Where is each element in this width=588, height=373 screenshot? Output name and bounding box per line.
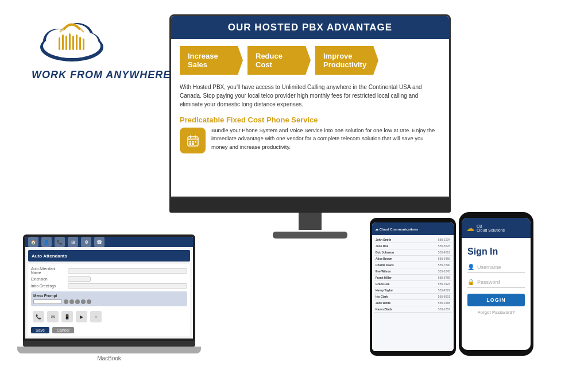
laptop-menu-buttons [33,299,185,304]
phone-outer: ☁ CBCloud Solutions Sign In 👤 Username 🔒… [459,212,533,356]
pbx-calendar-row: Bundle your Phone System and Voice Servi… [171,126,449,153]
laptop-home-icon: 🏠 [28,237,38,247]
laptop-section-title: Auto Attendants [32,253,67,259]
phone-password-row: 🔒 Password [467,279,525,288]
svg-rect-14 [79,37,81,50]
svg-rect-10 [65,36,67,50]
laptop-form-row-greeting: Intro Greetings [31,283,187,289]
laptop-form-row-name: Auto Attendant Name [31,267,187,275]
tablet-row-info: 555-4567 [438,289,450,292]
laptop-dial-1 [64,299,68,304]
tablet-row-info: 555-0123 [438,282,450,286]
laptop-base [23,341,195,347]
laptop-section-bar: Auto Attendants [28,250,190,262]
tablet-row-info: 555-7890 [438,263,450,267]
svg-rect-21 [192,141,194,143]
phone-login-button[interactable]: LOGIN [467,294,525,306]
laptop-icon-voicemail: ✉ [47,311,59,322]
laptop-menu-section: Menu Prompt [31,291,187,306]
tablet-container: ☁ Cloud Communications John Smith555-123… [367,218,459,356]
tablet-row-info: 555-5678 [438,244,450,248]
tablet-header-text: ☁ Cloud Communications [375,227,418,231]
tablet-row-info: 555-1234 [438,238,450,241]
laptop-user-icon: 👤 [41,237,52,247]
laptop-dial-4 [81,299,86,304]
reduce-cost-btn: Reduce Cost [247,46,311,75]
laptop-dial-buttons [64,299,91,304]
tablet-row-info: 555-2345 [438,270,450,273]
tablet-row: John Smith555-1234 [374,237,452,243]
tablet-row-name: Karen Black [376,307,404,311]
laptop-content: Auto Attendants Auto Attendant Name Exte… [25,247,193,339]
tablet-row-name: Alice Brown [376,257,404,260]
svg-rect-11 [69,33,71,50]
laptop-form-row-ext: Extension [31,276,187,282]
tablet-row: Jack White555-2468 [374,300,452,306]
tablet-header: ☁ Cloud Communications [372,222,454,235]
svg-rect-22 [195,141,196,143]
laptop-form-label-name: Auto Attendant Name [31,267,65,275]
laptop-form-label-greeting: Intro Greetings [31,284,65,288]
laptop-menu-prompt-label: Menu Prompt [33,294,185,298]
cloud-logo-icon [34,11,109,63]
svg-rect-15 [83,39,84,50]
monitor-container: OUR HOSTED PBX ADVANTAGE Increase Sales … [161,14,459,239]
phone-screen: ☁ CBCloud Solutions Sign In 👤 Username 🔒… [462,218,531,350]
laptop-icon-phone3: 📱 [61,311,73,322]
laptop-icon-add: + [90,311,102,322]
pbx-buttons: Increase Sales Reduce Cost Improve Produ… [171,39,449,80]
laptop-grid-icon: ⊞ [68,237,78,247]
laptop-menu-input[interactable] [33,299,62,304]
tagline: WORK FROM ANYWHERE [32,69,171,81]
increase-sales-btn: Increase Sales [180,46,243,75]
pbx-header: OUR HOSTED PBX ADVANTAGE [171,16,449,39]
phone-password-placeholder: Password [477,279,500,285]
tablet-row: Henry Taylor555-4567 [374,287,452,294]
tablet-row-info: 555-9012 [438,251,450,254]
svg-rect-23 [189,143,191,145]
pbx-body-text: With Hosted PBX, you'll have access to U… [171,80,449,113]
laptop-dial-5 [87,299,91,304]
monitor-screen: OUR HOSTED PBX ADVANTAGE Increase Sales … [169,14,451,198]
monitor-stand-top [169,198,451,213]
laptop-screen: 🏠 👤 📞 ⊞ ⚙ ☎ Auto Attendants Auto Attenda… [23,234,195,341]
svg-rect-9 [62,34,64,50]
improve-productivity-btn: Improve Productivity [315,46,378,75]
tablet-row-info: 555-3456 [438,257,450,260]
pbx-fixed-cost-title: Predicatable Fixed Cost Phone Service [171,113,449,126]
laptop-form-input-greeting[interactable] [68,283,187,289]
tablet-row-name: John Smith [376,238,404,241]
laptop-form-input-ext[interactable] [68,276,91,282]
laptop-top-bar: 🏠 👤 📞 ⊞ ⚙ ☎ [25,237,193,247]
tablet-row: Jane Doe555-5678 [374,243,452,249]
laptop-form-label-ext: Extension [31,277,65,281]
laptop-save-row: Save Cancel [31,327,187,333]
laptop-nav-icons: 🏠 👤 📞 ⊞ ⚙ ☎ [28,237,105,247]
tablet-row: Frank Miller555-6789 [374,275,452,281]
svg-rect-20 [189,141,191,143]
phone-user-icon: 👤 [467,264,474,270]
phone-lock-icon: 🔒 [467,279,474,285]
laptop-form-area: Auto Attendant Name Extension Intro Gree… [28,264,190,336]
tablet-content: John Smith555-1234Jane Doe555-5678Bob Jo… [372,235,454,351]
laptop-screen-inner: 🏠 👤 📞 ⊞ ⚙ ☎ Auto Attendants Auto Attenda… [25,237,193,339]
phone-forgot-password[interactable]: Forgot Password? [467,310,525,315]
phone-container: ☁ CBCloud Solutions Sign In 👤 Username 🔒… [456,212,536,356]
tablet-row-name: Grace Lee [376,282,404,286]
phone-username-row: 👤 Username [467,264,525,273]
laptop-save-button[interactable]: Save [31,327,49,333]
monitor-stand-neck [299,213,322,230]
laptop-icon-call: 📞 [33,311,44,322]
laptop-phone-icon: 📞 [55,237,65,247]
phone-cloud-icon: ☁ [466,224,474,233]
tablet-row-name: Eve Wilson [376,270,404,273]
logo-area [34,11,109,66]
laptop-cancel-button[interactable]: Cancel [52,327,74,333]
tablet-row: Charlie Davis555-7890 [374,262,452,268]
laptop-container: 🏠 👤 📞 ⊞ ⚙ ☎ Auto Attendants Auto Attenda… [17,234,201,362]
laptop-form-input-name[interactable] [68,268,187,274]
laptop-icon-play: ▶ [76,311,87,322]
laptop-bottom-icons-row: 📞 ✉ 📱 ▶ + [31,309,187,324]
monitor-stand-base [273,232,347,239]
phone-header: ☁ CBCloud Solutions [462,218,531,238]
